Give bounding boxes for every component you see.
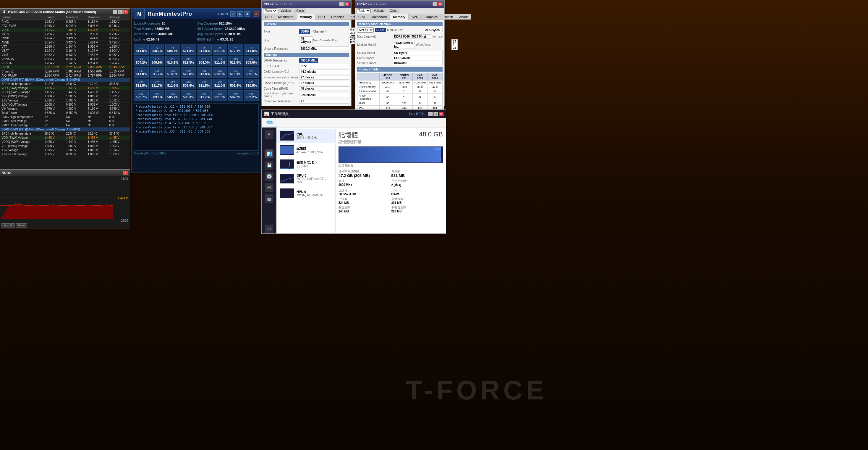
taskman-perf-tab[interactable]: 效能 — [261, 118, 278, 127]
taskman-gpu-item[interactable]: GPU 0 NVIDIA GeForce GT ... 35% — [276, 171, 335, 186]
cpuz1-close2-btn[interactable]: Close — [294, 8, 306, 13]
memtest-tile: #4511.8% — [181, 44, 196, 55]
cpuz-tab-spd[interactable]: SPD — [315, 14, 328, 20]
cpuz-tab-spd[interactable]: SPD — [409, 14, 422, 20]
timings-row-label: tRAS — [358, 101, 380, 106]
memtest-log-line: ProcessPriority Up #6 = 511.900 / 510.05… — [135, 109, 257, 113]
taskman-npu-item[interactable]: NPU 0 Intel(R) AI Boost 0% — [276, 186, 335, 200]
taskman-minimize-btn[interactable]: _ — [428, 112, 433, 116]
tile-num: #15 — [229, 58, 242, 61]
memtest-avgcov-label: Avg Coverage — [197, 22, 218, 25]
tile-num: #2 — [151, 46, 163, 49]
tile-pct: 508.7% — [135, 95, 148, 99]
hwinfo-cell-maximum: 1.815 V — [87, 98, 108, 103]
hwinfo-close-btn[interactable]: ✕ — [123, 10, 128, 14]
memtest-btn3[interactable]: ⏹ — [245, 11, 250, 17]
hwinfo-cell-average: 1.264 V — [108, 61, 130, 65]
vdd2-reset-btn[interactable]: Reset — [16, 223, 27, 228]
mem-item-name: 記憶體 — [297, 146, 332, 151]
hwinfo-cell-minimum: 0.990 V — [65, 103, 86, 107]
cpuz1-type-label: Type — [264, 30, 299, 33]
cpuz2-close2-btn[interactable]: Close — [388, 8, 399, 13]
taskman-mem-sidebar-icon[interactable]: 💾 — [265, 161, 274, 170]
taskman-cpu-item[interactable]: CPU 100% 4.83 GHz — [276, 129, 335, 143]
vdd2-autofit-btn[interactable]: Auto Fit — [1, 223, 15, 228]
cpuz2-slot-select[interactable]: Slot #1 — [357, 28, 374, 33]
taskman-mem-item[interactable]: 記憶體 47.2/47.7 GB (99%) — [276, 143, 335, 157]
taskman-title-area: 📊 工作管理員 — [264, 112, 288, 117]
cpuz1-validate-btn[interactable]: Validate — [278, 8, 293, 13]
memtest-tile: #18511.7% — [150, 67, 164, 78]
taskman-gpu-sidebar-icon[interactable]: 🎮 — [265, 183, 274, 192]
tile-pct: 511.8% — [213, 61, 226, 64]
taskman-disk-sidebar-icon[interactable]: 💽 — [265, 172, 274, 181]
cpuz-tab-cpu[interactable]: CPU — [262, 14, 275, 20]
hwinfo-table-row: +3.3V3.296 V3.296 V3.296 V3.296 V — [0, 32, 130, 36]
cpuz2-serial-value: 01042003 — [393, 61, 442, 65]
cpuz2-close-btn[interactable]: ✕ — [438, 2, 442, 6]
hwinfo-cell-name: 3VSB — [0, 36, 43, 40]
cpuz2-validate-btn[interactable]: Validate — [372, 8, 386, 13]
memtest-btn2[interactable]: ▶ — [238, 11, 243, 17]
hwinfo-cell-maximum: 5.110 V — [87, 107, 108, 111]
vdd2-close-btn[interactable]: ✕ — [123, 171, 128, 175]
cpuz-tab-mainboard[interactable]: Mainboard — [368, 14, 390, 20]
cpuz2-partnum-label: Part Number — [357, 57, 393, 60]
hwinfo-cell-minimum: 0.990 V — [65, 152, 86, 156]
taskman-tabbar: 效能 — [261, 118, 446, 127]
cpuz1-close-btn[interactable]: ✕ — [344, 2, 349, 6]
hwinfo-cell-minimum: No — [65, 119, 86, 123]
memtest-tile: #26511.7% — [150, 79, 164, 89]
taskman-menu-icon[interactable]: ≡ — [265, 130, 274, 139]
taskman-maximize-btn[interactable]: □ — [433, 112, 438, 116]
hwinfo-cell-maximum: 1.424 V — [87, 28, 108, 32]
tile-pct: 511.8% — [182, 49, 195, 53]
taskman-newtask-btn[interactable]: 執行新工作 — [409, 112, 425, 116]
cpuz1-tools-dropdown[interactable]: Tools — [263, 8, 277, 13]
cpu-item-info: CPU 100% 4.83 GHz — [297, 132, 332, 139]
cpuz-tab-about[interactable]: About — [456, 14, 471, 20]
vdd2-ymin-label: 0.000 — [121, 219, 128, 222]
hwinfo-cell-name: PMIC Over Voltage — [0, 119, 43, 123]
cpuz-tab-graphics[interactable]: Graphics — [328, 14, 347, 20]
cpuz2-tools-dropdown[interactable]: Tools — [356, 8, 371, 13]
cpuz-tab-memory[interactable]: Memory — [297, 14, 315, 20]
hwinfo-cell-name: VNNAON — [0, 57, 43, 61]
hwinfo-cell-current: 6.875 W — [43, 111, 65, 115]
taskman-npu-sidebar-icon[interactable]: 🤖 — [265, 194, 274, 203]
memtest-btn1[interactable]: ⚙ — [230, 11, 236, 17]
cpuz-tab-cpu[interactable]: CPU — [355, 14, 368, 20]
hwinfo-cell-maximum: 0.432 V — [87, 53, 108, 57]
cpuz-tab-bench[interactable]: Bench — [441, 14, 456, 20]
taskman-inuse-value: 47.2 GB (205 MB) — [339, 173, 390, 178]
memtest-tile: #34509.1% — [150, 90, 164, 101]
timings-row-value: 3000 MHz — [380, 81, 396, 85]
hwinfo-cell-current: 1.360 V — [43, 45, 65, 49]
taskman-disk-item[interactable]: 磁碟 0 (C: D:) SSD 4% — [276, 157, 335, 171]
memtest-uptime-label: Up time — [134, 37, 145, 41]
taskman-close-btn[interactable]: ✕ — [439, 112, 443, 116]
hwinfo-cell-average: 1.802 V — [108, 94, 130, 98]
memtest-close-btn[interactable]: ✕ — [253, 11, 259, 17]
cpuz-tab-graphics[interactable]: Graphics — [422, 14, 441, 20]
cpuz-tab-memory[interactable]: Memory — [390, 14, 409, 20]
cpuz2-minimize-btn[interactable]: _ — [433, 2, 437, 6]
hwinfo-minimize-btn[interactable]: _ — [113, 10, 117, 14]
cpuz2-title-group: CPU-Z Ver. 2.11.0.x64 — [357, 2, 386, 6]
cpuz-tab-mainboard[interactable]: Mainboard — [275, 14, 297, 20]
hwinfo-maximize-btn[interactable]: □ — [118, 10, 123, 14]
tile-num: #17 — [135, 69, 148, 72]
tile-pct: 511.8% — [198, 49, 211, 53]
taskman-settings-sidebar-icon[interactable]: ⚙ — [265, 224, 274, 234]
cpuz1-minimize-btn[interactable]: _ — [339, 2, 344, 6]
hwinfo-cell-minimum: 1.440 V — [65, 90, 86, 94]
hwinfo-cell-maximum: 3.296 V — [87, 32, 108, 36]
memtest-testsused-value: 46000 MB — [158, 32, 174, 36]
tile-num: #39 — [229, 92, 242, 95]
memtest-total-mem-row: Total Memory 48850 MB — [134, 27, 195, 30]
tile-pct: 511.8% — [229, 61, 242, 64]
hwinfo-section-label: DDR5 DIMM [#2] (BANK 0/Controller0-Chann… — [0, 127, 130, 132]
memtest-testsused-label: memTests Used — [134, 32, 157, 36]
tile-pct: 511.8% — [135, 72, 148, 76]
taskman-cpu-sidebar-icon[interactable]: 📊 — [265, 149, 274, 158]
